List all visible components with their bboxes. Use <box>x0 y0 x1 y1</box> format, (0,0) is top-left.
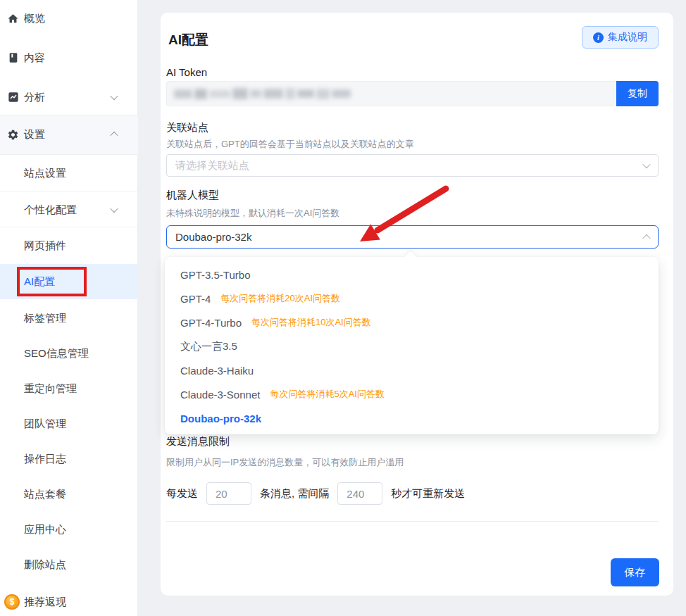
option-note: 每次问答将消耗20次AI问答数 <box>220 292 340 305</box>
token-blur <box>209 90 230 98</box>
sidebar-item-team[interactable]: 团队管理 <box>0 406 138 441</box>
option-name: GPT-4-Turbo <box>180 317 242 329</box>
dollar-coin-icon: $ <box>4 594 20 610</box>
sidebar-item-label: 重定向管理 <box>24 382 77 396</box>
model-desc: 未特殊说明的模型，默认消耗一次AI问答数 <box>166 207 339 220</box>
option-name: Doubao-pro-32k <box>180 413 261 425</box>
message-count-input[interactable] <box>206 482 251 505</box>
sidebar-item-label: 推荐返现 <box>24 596 66 609</box>
model-dropdown-panel: GPT-3.5-Turbo GPT-4 每次问答将消耗20次AI问答数 GPT-… <box>165 257 659 434</box>
chevron-down-icon <box>110 92 118 100</box>
option-name: 文心一言3.5 <box>180 340 237 353</box>
message-limit-row: 每发送 条消息, 需间隔 秒才可重新发送 <box>166 482 465 505</box>
info-icon: i <box>593 32 604 43</box>
option-note: 每次问答将消耗5次AI问答数 <box>270 388 385 401</box>
token-blur <box>250 89 261 98</box>
sidebar-item-site-plan[interactable]: 站点套餐 <box>0 477 138 512</box>
token-blur <box>332 89 351 98</box>
related-site-placeholder: 请选择关联站点 <box>175 159 249 172</box>
copy-button[interactable]: 复制 <box>616 81 659 106</box>
token-blur <box>232 88 248 99</box>
sidebar-item-label: 应用中心 <box>24 523 66 536</box>
interval-seconds-input[interactable] <box>337 482 382 505</box>
sidebar-item-seo-info[interactable]: SEO信息管理 <box>0 336 138 371</box>
sidebar-item-delete-site[interactable]: 删除站点 <box>0 547 138 582</box>
sidebar-item-label: 删除站点 <box>24 558 66 572</box>
token-blur <box>174 89 192 99</box>
sidebar-item-redirect[interactable]: 重定向管理 <box>0 371 138 406</box>
model-select-value: Doubao-pro-32k <box>175 231 251 243</box>
dropdown-option-claude-3-haiku[interactable]: Claude-3-Haiku <box>165 358 659 382</box>
chevron-up-icon <box>110 132 118 139</box>
ai-token-field[interactable] <box>166 81 616 106</box>
dropdown-option-doubao-pro-32k[interactable]: Doubao-pro-32k <box>165 406 659 430</box>
limit-suffix-text: 秒才可重新发送 <box>391 487 465 501</box>
sidebar-item-app-center[interactable]: 应用中心 <box>0 512 138 547</box>
option-name: Claude-3-Haiku <box>180 365 254 377</box>
sidebar-item-label: 网页插件 <box>24 239 66 253</box>
related-site-select[interactable]: 请选择关联站点 <box>166 154 659 177</box>
message-limit-desc: 限制用户从同一IP发送的消息数量，可以有效防止用户滥用 <box>166 456 404 469</box>
sidebar-item-tag-management[interactable]: 标签管理 <box>0 301 138 336</box>
sidebar-item-personalization[interactable]: 个性化配置 <box>0 193 138 227</box>
token-blur <box>316 89 330 99</box>
sidebar: 概览 内容 分析 设置 站点设置 个性化配置 网页插件 AI配置 标签管理 SE <box>0 0 138 616</box>
page-title: AI配置 <box>168 31 208 49</box>
sidebar-item-settings[interactable]: 设置 <box>0 120 138 149</box>
main-area: AI配置 i 集成说明 AI Token 复制 关联站点 关联站点后，GPT的回… <box>138 0 686 616</box>
sidebar-item-label: 团队管理 <box>24 417 66 431</box>
sidebar-item-web-plugin[interactable]: 网页插件 <box>0 228 138 263</box>
option-name: GPT-3.5-Turbo <box>180 269 250 281</box>
related-site-label: 关联站点 <box>166 121 208 134</box>
token-blur <box>285 88 295 99</box>
chevron-down-icon <box>110 205 118 213</box>
sidebar-item-content[interactable]: 内容 <box>0 44 138 72</box>
dropdown-option-wenxin-3-5[interactable]: 文心一言3.5 <box>165 334 659 358</box>
dropdown-option-claude-3-sonnet[interactable]: Claude-3-Sonnet 每次问答将消耗5次AI问答数 <box>165 382 659 406</box>
token-blur <box>194 89 207 99</box>
sidebar-item-label: 设置 <box>24 128 45 142</box>
sidebar-item-overview[interactable]: 概览 <box>0 4 138 32</box>
option-name: Claude-3-Sonnet <box>180 389 260 401</box>
dropdown-option-gpt-4[interactable]: GPT-4 每次问答将消耗20次AI问答数 <box>165 287 659 310</box>
chevron-down-icon <box>642 161 650 168</box>
sidebar-item-ai-config[interactable]: AI配置 <box>0 264 138 299</box>
footer-divider <box>166 521 659 522</box>
sidebar-item-label: 概览 <box>24 12 45 25</box>
book-icon <box>7 52 19 64</box>
gear-icon <box>7 129 19 141</box>
sidebar-item-label: 个性化配置 <box>24 203 77 217</box>
dropdown-option-gpt-4-turbo[interactable]: GPT-4-Turbo 每次问答将消耗10次AI问答数 <box>165 310 659 334</box>
sidebar-item-site-settings[interactable]: 站点设置 <box>0 155 138 192</box>
sidebar-item-analytics[interactable]: 分析 <box>0 83 138 111</box>
integration-guide-button[interactable]: i 集成说明 <box>582 26 659 49</box>
ai-token-group: 复制 <box>166 81 659 106</box>
chart-icon <box>7 92 19 103</box>
message-limit-label: 发送消息限制 <box>166 435 230 448</box>
option-note: 每次问答将消耗10次AI问答数 <box>251 316 371 329</box>
sidebar-item-label: 标签管理 <box>24 312 66 325</box>
home-icon <box>7 13 19 25</box>
sidebar-item-label: 分析 <box>24 91 45 104</box>
sidebar-item-label: 操作日志 <box>24 453 66 466</box>
sidebar-item-label: 站点设置 <box>24 167 66 180</box>
sidebar-item-label: 内容 <box>24 51 45 65</box>
save-button[interactable]: 保存 <box>611 558 659 586</box>
model-label: 机器人模型 <box>166 189 219 202</box>
token-blur <box>297 89 314 98</box>
ai-token-label: AI Token <box>166 66 207 78</box>
model-select[interactable]: Doubao-pro-32k <box>166 225 659 249</box>
chevron-up-icon <box>642 234 650 241</box>
sidebar-item-referral-cashback[interactable]: $ 推荐返现 <box>0 586 138 616</box>
integration-guide-label: 集成说明 <box>608 31 647 44</box>
sidebar-item-label: SEO信息管理 <box>24 347 89 360</box>
sidebar-item-label: AI配置 <box>24 275 55 289</box>
limit-middle-text: 条消息, 需间隔 <box>260 487 329 501</box>
option-name: GPT-4 <box>180 293 211 305</box>
limit-prefix-text: 每发送 <box>166 487 198 501</box>
dropdown-option-gpt-3-5-turbo[interactable]: GPT-3.5-Turbo <box>165 263 659 287</box>
sidebar-item-operation-log[interactable]: 操作日志 <box>0 441 138 477</box>
related-site-desc: 关联站点后，GPT的回答会基于当前站点以及关联站点的文章 <box>166 138 414 151</box>
sidebar-item-label: 站点套餐 <box>24 488 66 501</box>
token-blur <box>263 89 283 99</box>
